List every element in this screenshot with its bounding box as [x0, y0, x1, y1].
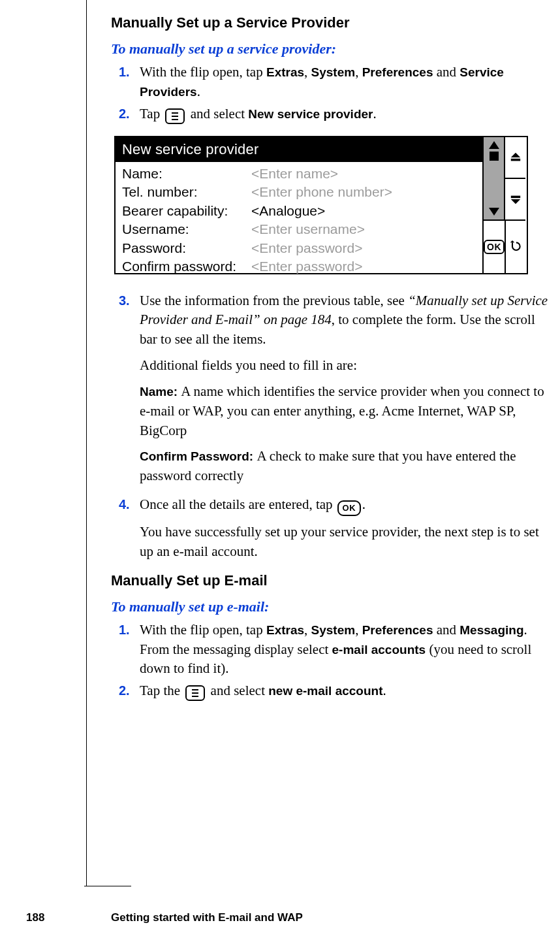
sp-step-3: 3. Use the information from the previous… — [140, 291, 548, 486]
svg-marker-6 — [510, 199, 520, 204]
back-button[interactable] — [505, 221, 525, 273]
svg-rect-5 — [510, 195, 520, 198]
chapter-title: Getting started with E-mail and WAP — [111, 911, 303, 924]
screen-title: New service provider — [116, 137, 482, 162]
field-value[interactable]: <Analogue> — [251, 202, 325, 221]
form-row: Tel. number:<Enter phone number> — [122, 183, 476, 202]
form-row: Username:<Enter username> — [122, 220, 476, 239]
step-number: 3. — [119, 291, 130, 310]
menu-icon — [165, 108, 185, 124]
page-number: 188 — [26, 911, 111, 924]
paragraph: You have successfully set up your servic… — [140, 523, 548, 562]
field-desc-confirm: Confirm Password: A check to make sure t… — [140, 447, 548, 486]
heading-service-provider: Manually Set up a Service Provider — [111, 14, 548, 31]
screen-form: Name:<Enter name> Tel. number:<Enter pho… — [116, 162, 482, 278]
heading-email: Manually Set up E-mail — [111, 572, 548, 589]
field-placeholder[interactable]: <Enter name> — [251, 165, 338, 184]
margin-rule — [86, 0, 87, 886]
sp-step-2: 2. Tap and select New service provider. — [140, 105, 548, 124]
page-up-button[interactable] — [505, 137, 525, 178]
form-row: Bearer capability:<Analogue> — [122, 202, 476, 221]
field-placeholder[interactable]: <Enter phone number> — [251, 183, 392, 202]
step-number: 1. — [119, 621, 130, 639]
sp-step-4: 4. Once all the details are entered, tap… — [140, 495, 548, 562]
sp-step-1: 1. With the flip open, tap Extras, Syste… — [140, 63, 548, 102]
em-step-2: 2. Tap the and select new e-mail account… — [140, 681, 548, 701]
task-email: To manually set up e-mail: — [111, 598, 548, 615]
svg-rect-1 — [172, 116, 178, 117]
field-placeholder[interactable]: <Enter password> — [251, 239, 362, 258]
form-row: Name:<Enter name> — [122, 165, 476, 184]
em-step-1: 1. With the flip open, tap Extras, Syste… — [140, 621, 548, 679]
field-placeholder[interactable]: <Enter password> — [251, 257, 362, 276]
svg-rect-8 — [192, 689, 198, 690]
ok-icon: OK — [337, 500, 361, 516]
scrollbar[interactable] — [484, 137, 504, 219]
svg-marker-3 — [510, 152, 520, 157]
page-down-button[interactable] — [505, 178, 525, 219]
device-screenshot: New service provider Name:<Enter name> T… — [114, 136, 532, 276]
svg-rect-2 — [172, 119, 178, 120]
svg-rect-4 — [510, 158, 520, 161]
scroll-up-icon[interactable] — [489, 141, 499, 149]
svg-rect-0 — [172, 112, 178, 114]
scroll-thumb[interactable] — [490, 152, 499, 161]
page-footer: 188 Getting started with E-mail and WAP — [26, 911, 535, 924]
menu-icon — [185, 685, 205, 701]
svg-rect-10 — [192, 696, 198, 697]
ok-button[interactable]: OK — [484, 221, 505, 273]
paragraph: Additional fields you need to fill in ar… — [140, 356, 548, 376]
svg-rect-9 — [192, 692, 198, 694]
step-number: 1. — [119, 63, 130, 81]
form-row: Confirm password:<Enter password> — [122, 257, 476, 276]
scroll-down-icon[interactable] — [489, 208, 499, 216]
task-service-provider: To manually set up a service provider: — [111, 41, 548, 57]
field-placeholder[interactable]: <Enter username> — [251, 220, 365, 239]
svg-marker-7 — [510, 240, 515, 242]
field-desc-name: Name: A name which identifies the servic… — [140, 382, 548, 440]
main-content: Manually Set up a Service Provider To ma… — [111, 14, 548, 704]
step-number: 2. — [119, 105, 130, 123]
form-row: Password:<Enter password> — [122, 239, 476, 258]
step-number: 2. — [119, 681, 130, 700]
step-number: 4. — [119, 495, 130, 513]
